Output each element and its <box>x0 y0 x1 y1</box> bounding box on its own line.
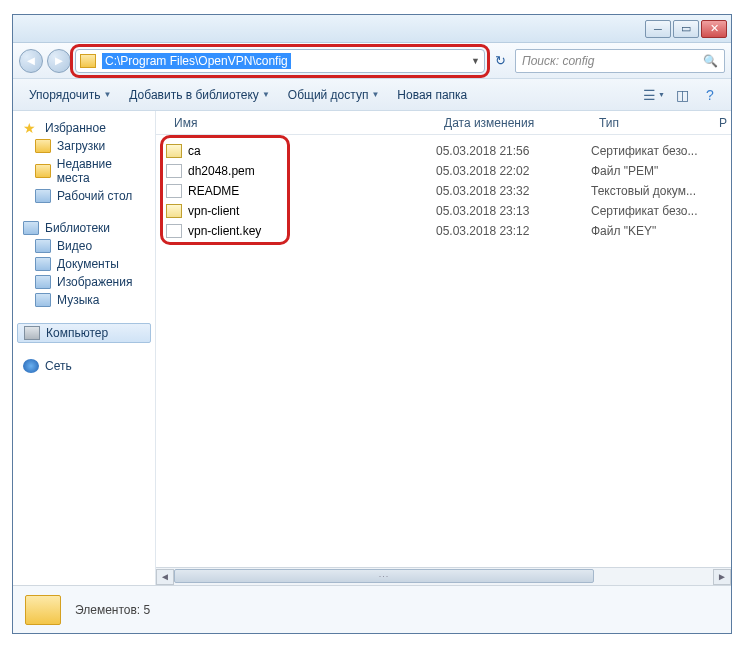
folder-icon <box>35 139 51 153</box>
sidebar-favorites[interactable]: ★Избранное <box>17 119 151 137</box>
libraries-icon <box>23 221 39 235</box>
certificate-icon <box>166 204 182 218</box>
horizontal-scrollbar[interactable]: ◄ ··· ► <box>156 567 731 585</box>
address-path: C:\Program Files\OpenVPN\config <box>102 53 291 69</box>
close-button[interactable]: ✕ <box>701 20 727 38</box>
back-button[interactable]: ◄ <box>19 49 43 73</box>
new-folder-button[interactable]: Новая папка <box>391 84 473 106</box>
address-bar[interactable]: C:\Program Files\OpenVPN\config ▼ <box>75 49 485 73</box>
file-icon <box>166 224 182 238</box>
sidebar-desktop[interactable]: Рабочий стол <box>17 187 151 205</box>
content-pane: Имя Дата изменения Тип Р ca 05.03.2018 2… <box>156 111 731 585</box>
explorer-window: ─ ▭ ✕ ◄ ► C:\Program Files\OpenVPN\confi… <box>12 14 732 634</box>
recent-icon <box>35 164 51 178</box>
scroll-track[interactable]: ··· <box>174 569 713 585</box>
file-row[interactable]: ca 05.03.2018 21:56Сертификат безо... <box>166 141 721 161</box>
sidebar-recent[interactable]: Недавние места <box>17 155 151 187</box>
col-date[interactable]: Дата изменения <box>436 116 591 130</box>
sidebar-network[interactable]: Сеть <box>17 357 151 375</box>
file-list[interactable]: ca 05.03.2018 21:56Сертификат безо... dh… <box>156 135 731 567</box>
address-dropdown-icon[interactable]: ▼ <box>471 56 480 66</box>
sidebar-video[interactable]: Видео <box>17 237 151 255</box>
column-headers: Имя Дата изменения Тип Р <box>156 111 731 135</box>
col-r[interactable]: Р <box>711 116 731 130</box>
sidebar-music[interactable]: Музыка <box>17 291 151 309</box>
status-bar: Элементов: 5 <box>13 585 731 633</box>
sidebar-downloads[interactable]: Загрузки <box>17 137 151 155</box>
sidebar-pictures[interactable]: Изображения <box>17 273 151 291</box>
file-row[interactable]: README 05.03.2018 23:32Текстовый докум..… <box>166 181 721 201</box>
sidebar: ★Избранное Загрузки Недавние места Рабоч… <box>13 111 156 585</box>
scroll-right-icon[interactable]: ► <box>713 569 731 585</box>
forward-button[interactable]: ► <box>47 49 71 73</box>
toolbar: Упорядочить▼ Добавить в библиотеку▼ Общи… <box>13 79 731 111</box>
network-icon <box>23 359 39 373</box>
nav-bar: ◄ ► C:\Program Files\OpenVPN\config ▼ ↻ … <box>13 43 731 79</box>
refresh-button[interactable]: ↻ <box>489 49 511 73</box>
file-row[interactable]: vpn-client 05.03.2018 23:13Сертификат бе… <box>166 201 721 221</box>
file-row[interactable]: dh2048.pem 05.03.2018 22:02Файл "PEM" <box>166 161 721 181</box>
certificate-icon <box>166 144 182 158</box>
organize-menu[interactable]: Упорядочить▼ <box>23 84 117 106</box>
text-file-icon <box>166 184 182 198</box>
file-row[interactable]: vpn-client.key 05.03.2018 23:12Файл "KEY… <box>166 221 721 241</box>
folder-icon <box>80 54 96 68</box>
help-button[interactable]: ? <box>699 84 721 106</box>
folder-icon <box>25 595 61 625</box>
scroll-left-icon[interactable]: ◄ <box>156 569 174 585</box>
music-icon <box>35 293 51 307</box>
col-name[interactable]: Имя <box>166 116 436 130</box>
status-elements: Элементов: 5 <box>75 603 150 617</box>
search-input[interactable]: Поиск: config 🔍 <box>515 49 725 73</box>
share-menu[interactable]: Общий доступ▼ <box>282 84 386 106</box>
sidebar-libraries[interactable]: Библиотеки <box>17 219 151 237</box>
desktop-icon <box>35 189 51 203</box>
titlebar: ─ ▭ ✕ <box>13 15 731 43</box>
search-placeholder: Поиск: config <box>522 54 594 68</box>
sidebar-documents[interactable]: Документы <box>17 255 151 273</box>
view-options-button[interactable]: ☰▼ <box>643 84 665 106</box>
scroll-thumb[interactable]: ··· <box>174 569 594 583</box>
star-icon: ★ <box>23 121 39 135</box>
file-icon <box>166 164 182 178</box>
main-area: ★Избранное Загрузки Недавние места Рабоч… <box>13 111 731 585</box>
pictures-icon <box>35 275 51 289</box>
computer-icon <box>24 326 40 340</box>
minimize-button[interactable]: ─ <box>645 20 671 38</box>
documents-icon <box>35 257 51 271</box>
video-icon <box>35 239 51 253</box>
preview-pane-button[interactable]: ◫ <box>671 84 693 106</box>
maximize-button[interactable]: ▭ <box>673 20 699 38</box>
add-to-library-menu[interactable]: Добавить в библиотеку▼ <box>123 84 275 106</box>
search-icon: 🔍 <box>703 54 718 68</box>
sidebar-computer[interactable]: Компьютер <box>17 323 151 343</box>
col-type[interactable]: Тип <box>591 116 711 130</box>
